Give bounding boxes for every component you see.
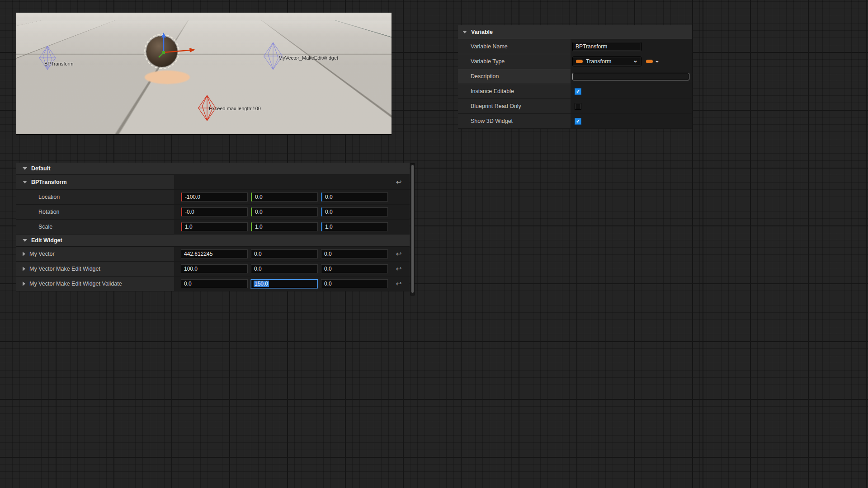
collapse-arrow-icon[interactable] — [23, 181, 27, 183]
my-vector-label: My Vector — [29, 251, 55, 257]
my-vector-make-edit-widget-label: My Vector Make Edit Widget — [29, 266, 100, 272]
variable-name-row: Variable Name — [458, 39, 692, 54]
check-icon: ✓ — [576, 89, 580, 94]
my-vector-row: My Vector ↩ — [16, 247, 410, 262]
rotation-x-input[interactable] — [181, 207, 248, 216]
show-3d-widget-label: Show 3D Widget — [458, 114, 571, 128]
expand-arrow-icon[interactable] — [23, 252, 25, 256]
blueprint-read-only-row: Blueprint Read Only ✓ — [458, 99, 692, 114]
show-3d-widget-row: Show 3D Widget ✓ — [458, 114, 692, 129]
chevron-down-icon: ⌄ — [633, 58, 638, 63]
details-panel: Default BPTransform ↩ Location Rotation — [16, 163, 410, 291]
blueprint-read-only-label: Blueprint Read Only — [458, 99, 571, 113]
location-label: Location — [38, 194, 60, 200]
description-label: Description — [458, 69, 571, 84]
make-edit-widget-x-input[interactable] — [181, 264, 248, 273]
myvector-widget-label: MyVector_MakeEditWidget — [278, 55, 338, 61]
category-edit-widget[interactable]: Edit Widget — [16, 235, 410, 247]
my-vector-z-input[interactable] — [321, 249, 388, 258]
my-vector-y-input[interactable] — [251, 249, 318, 258]
validate-y-input[interactable]: 150.0 — [251, 279, 318, 288]
bptransform-property-label: BPTransform — [31, 179, 67, 185]
sphere-shadow — [145, 70, 190, 84]
bptransform-3d-widget-icon[interactable] — [38, 45, 57, 70]
validate-x-input[interactable] — [181, 279, 248, 288]
collapse-arrow-icon — [23, 239, 27, 242]
exceed-max-label: Exceed max length:100 — [209, 106, 261, 111]
reset-to-default-icon[interactable]: ↩ — [396, 265, 402, 273]
variable-name-input[interactable] — [572, 42, 642, 51]
validate-z-input[interactable] — [321, 279, 388, 288]
variable-section-header[interactable]: Variable — [458, 25, 692, 39]
variable-name-label: Variable Name — [458, 39, 571, 54]
make-edit-widget-y-input[interactable] — [251, 264, 318, 273]
collapse-arrow-icon — [23, 167, 27, 170]
description-row: Description — [458, 69, 692, 84]
blueprint-read-only-checkbox[interactable]: ✓ — [575, 103, 581, 110]
rotation-row: Rotation — [16, 205, 410, 220]
instance-editable-label: Instance Editable — [458, 84, 571, 99]
my-vector-make-edit-widget-validate-label: My Vector Make Edit Widget Validate — [29, 281, 122, 287]
scale-row: Scale — [16, 220, 410, 235]
variable-section-title: Variable — [471, 29, 493, 35]
blueprint-editor-background[interactable]: BPTransform MyVector_MakeEditWidget — [0, 0, 868, 488]
selected-text: 150.0 — [254, 281, 269, 287]
location-x-input[interactable] — [181, 192, 248, 202]
category-default-title: Default — [31, 165, 50, 172]
rotation-z-input[interactable] — [321, 207, 388, 216]
instance-editable-checkbox[interactable]: ✓ — [575, 88, 581, 95]
container-chevron-down-icon[interactable]: ⌄ — [655, 58, 660, 63]
container-type-pill-icon[interactable] — [646, 60, 653, 63]
variable-type-label: Variable Type — [458, 54, 571, 69]
location-y-input[interactable] — [251, 192, 318, 202]
my-vector-make-edit-widget-row: My Vector Make Edit Widget ↩ — [16, 262, 410, 277]
category-edit-widget-title: Edit Widget — [31, 237, 62, 244]
variable-panel: Variable Variable Name Variable Type Tra… — [458, 25, 692, 129]
instance-editable-row: Instance Editable ✓ — [458, 84, 692, 99]
details-scrollbar[interactable] — [410, 163, 415, 296]
variable-type-row: Variable Type Transform ⌄ ⌄ — [458, 54, 692, 69]
variable-type-value: Transform — [586, 58, 612, 65]
transform-gizmo[interactable] — [157, 32, 207, 68]
viewport-preview[interactable]: BPTransform MyVector_MakeEditWidget — [16, 13, 392, 135]
collapse-arrow-icon — [462, 31, 467, 33]
scale-z-input[interactable] — [321, 222, 388, 231]
scale-y-input[interactable] — [251, 222, 318, 231]
rotation-label: Rotation — [38, 209, 60, 215]
gizmo-x-axis — [164, 50, 190, 52]
reset-to-default-icon[interactable]: ↩ — [396, 178, 402, 186]
scrollbar-thumb[interactable] — [411, 165, 414, 293]
scale-label: Scale — [38, 224, 52, 230]
my-vector-make-edit-widget-validate-row: My Vector Make Edit Widget Validate 150.… — [16, 277, 410, 291]
expand-arrow-icon[interactable] — [23, 267, 25, 271]
bptransform-widget-label: BPTransform — [44, 61, 73, 66]
variable-type-dropdown[interactable]: Transform ⌄ — [572, 56, 642, 66]
panel-splitter[interactable] — [703, 0, 703, 488]
reset-to-default-icon[interactable]: ↩ — [396, 250, 402, 258]
make-edit-widget-z-input[interactable] — [321, 264, 388, 273]
show-3d-widget-checkbox[interactable]: ✓ — [575, 118, 581, 125]
rotation-y-input[interactable] — [251, 207, 318, 216]
description-input[interactable] — [572, 73, 689, 80]
check-icon: ✓ — [576, 119, 580, 124]
reset-to-default-icon[interactable]: ↩ — [396, 280, 402, 288]
category-default[interactable]: Default — [16, 163, 410, 175]
scale-x-input[interactable] — [181, 222, 248, 231]
my-vector-x-input[interactable] — [181, 249, 248, 258]
expand-arrow-icon[interactable] — [23, 282, 25, 286]
location-row: Location — [16, 190, 410, 205]
bptransform-property-row[interactable]: BPTransform ↩ — [16, 175, 410, 190]
location-z-input[interactable] — [321, 192, 388, 202]
transform-type-pill-icon — [576, 60, 583, 63]
